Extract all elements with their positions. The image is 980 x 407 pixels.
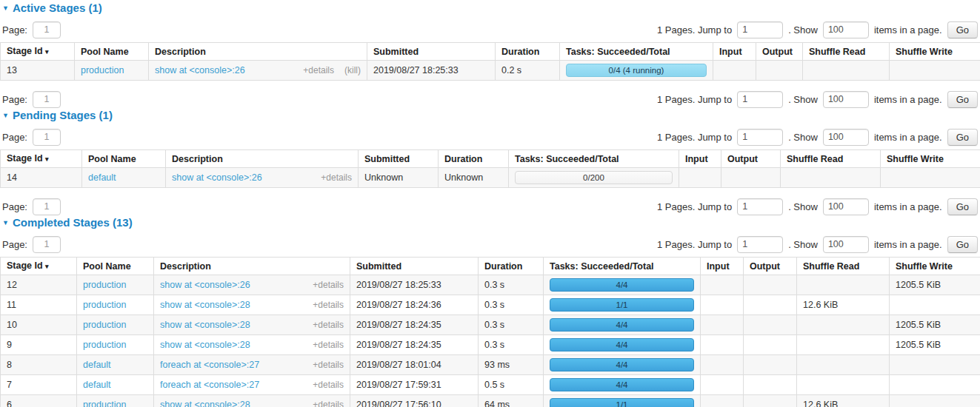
page-input[interactable] xyxy=(33,129,61,146)
page-label: Page: xyxy=(2,24,27,36)
stage-description-link[interactable]: foreach at <console>:27 xyxy=(160,380,259,390)
column-header-input[interactable]: Input xyxy=(679,150,721,168)
column-header-duration[interactable]: Duration xyxy=(479,258,544,275)
go-button[interactable]: Go xyxy=(947,91,978,108)
show-items-input[interactable] xyxy=(823,198,869,215)
column-header-stage-id[interactable]: Stage Id ▾ xyxy=(1,258,77,275)
submitted-cell: Unknown xyxy=(359,168,439,188)
column-header-shuffle-write[interactable]: Shuffle Write xyxy=(890,258,980,275)
page-input[interactable] xyxy=(33,236,61,253)
description-content: show at <console>:28+details xyxy=(160,300,344,310)
pagination-bar: Page: 1 Pages. Jump to . Show items in a… xyxy=(2,127,978,147)
go-button[interactable]: Go xyxy=(947,236,978,253)
pool-name-link[interactable]: production xyxy=(81,65,124,75)
column-header-input[interactable]: Input xyxy=(701,258,744,275)
go-button[interactable]: Go xyxy=(947,129,978,146)
tasks-cell: 0/4 (4 running) xyxy=(560,61,713,81)
show-items-input[interactable] xyxy=(823,129,869,146)
column-header-output[interactable]: Output xyxy=(756,43,803,61)
details-toggle[interactable]: +details xyxy=(313,400,344,407)
column-header-duration[interactable]: Duration xyxy=(439,150,509,168)
pool-name-link[interactable]: production xyxy=(83,340,126,350)
duration-cell: 64 ms xyxy=(479,395,544,407)
column-header-shuffle-write[interactable]: Shuffle Write xyxy=(881,150,980,168)
pool-name-link[interactable]: production xyxy=(83,300,126,310)
details-toggle[interactable]: +details xyxy=(321,172,352,183)
column-header-tasks[interactable]: Tasks: Succeeded/Total xyxy=(544,258,701,275)
section-header-pending-stages[interactable]: ▼ Pending Stages (1) xyxy=(2,109,980,122)
page-input[interactable] xyxy=(33,198,61,215)
show-items-input[interactable] xyxy=(823,236,869,253)
details-toggle[interactable]: +details xyxy=(313,380,344,390)
kill-link[interactable]: (kill) xyxy=(344,65,361,75)
section-title-active-stages[interactable]: Active Stages (1) xyxy=(13,1,102,15)
duration-cell: 0.2 s xyxy=(496,61,560,81)
pool-name-link[interactable]: default xyxy=(83,360,111,370)
pool-name-link[interactable]: production xyxy=(83,320,126,330)
pool-name-link[interactable]: production xyxy=(83,280,126,290)
pool-name-link[interactable]: default xyxy=(88,172,116,183)
column-header-submitted[interactable]: Submitted xyxy=(350,258,479,275)
column-header-submitted[interactable]: Submitted xyxy=(359,150,439,168)
column-header-shuffle-read[interactable]: Shuffle Read xyxy=(797,258,890,275)
stage-description-link[interactable]: show at <console>:28 xyxy=(160,320,250,330)
page-input[interactable] xyxy=(33,21,61,38)
column-header-input[interactable]: Input xyxy=(713,43,756,61)
column-header-shuffle-read[interactable]: Shuffle Read xyxy=(781,150,881,168)
details-toggle[interactable]: +details xyxy=(313,340,344,350)
section-header-completed-stages[interactable]: ▼ Completed Stages (13) xyxy=(2,216,980,229)
column-header-shuffle-write[interactable]: Shuffle Write xyxy=(890,43,980,61)
stage-description-link[interactable]: foreach at <console>:27 xyxy=(160,360,259,370)
column-header-submitted[interactable]: Submitted xyxy=(367,43,496,61)
column-header-output[interactable]: Output xyxy=(744,258,797,275)
column-header-stage-id[interactable]: Stage Id ▾ xyxy=(1,43,75,61)
column-header-description[interactable]: Description xyxy=(154,258,350,275)
pool-name-link[interactable]: production xyxy=(83,400,126,407)
details-toggle[interactable]: +details xyxy=(303,65,334,75)
column-header-pool-name[interactable]: Pool Name xyxy=(82,150,166,168)
section-header-active-stages[interactable]: ▼ Active Stages (1) xyxy=(2,1,980,15)
description-actions: +details xyxy=(313,340,344,350)
column-header-tasks[interactable]: Tasks: Succeeded/Total xyxy=(509,150,679,168)
details-toggle[interactable]: +details xyxy=(313,360,344,370)
section-title-completed-stages[interactable]: Completed Stages (13) xyxy=(13,216,133,229)
stage-description-link[interactable]: show at <console>:26 xyxy=(155,65,245,75)
details-toggle[interactable]: +details xyxy=(313,300,344,310)
stage-description-link[interactable]: show at <console>:28 xyxy=(160,400,250,407)
shuffle-read-cell xyxy=(797,275,890,295)
jump-to-page-input[interactable] xyxy=(737,236,783,253)
pool-name-link[interactable]: default xyxy=(83,380,111,390)
submitted-cell: 2019/08/27 18:25:33 xyxy=(350,275,479,295)
jump-to-page-input[interactable] xyxy=(737,129,783,146)
show-items-input[interactable] xyxy=(823,21,869,38)
task-progress-bar: 1/1 xyxy=(550,298,694,312)
stage-description-link[interactable]: show at <console>:26 xyxy=(172,172,262,183)
details-toggle[interactable]: +details xyxy=(313,280,344,290)
stage-id-cell: 6 xyxy=(1,395,77,407)
output-cell xyxy=(744,395,797,407)
stage-description-link[interactable]: show at <console>:28 xyxy=(160,300,250,310)
go-button[interactable]: Go xyxy=(947,198,978,215)
section-title-pending-stages[interactable]: Pending Stages (1) xyxy=(13,109,113,122)
stage-description-link[interactable]: show at <console>:28 xyxy=(160,340,250,350)
stage-id-cell: 8 xyxy=(1,355,77,375)
column-header-duration[interactable]: Duration xyxy=(496,43,560,61)
column-header-pool-name[interactable]: Pool Name xyxy=(77,258,154,275)
pending-stages-section: ▼ Pending Stages (1) Page: 1 Pages. Jump… xyxy=(0,109,980,216)
jump-to-page-input[interactable] xyxy=(737,21,783,38)
jump-to-page-input[interactable] xyxy=(737,91,783,108)
column-header-shuffle-read[interactable]: Shuffle Read xyxy=(803,43,890,61)
details-toggle[interactable]: +details xyxy=(313,320,344,330)
show-items-input[interactable] xyxy=(823,91,869,108)
stage-description-link[interactable]: show at <console>:26 xyxy=(160,280,250,290)
column-header-description[interactable]: Description xyxy=(166,150,359,168)
column-header-output[interactable]: Output xyxy=(721,150,781,168)
column-header-stage-id[interactable]: Stage Id ▾ xyxy=(1,150,82,168)
page-input[interactable] xyxy=(33,91,61,108)
go-button[interactable]: Go xyxy=(947,21,978,38)
jump-to-page-input[interactable] xyxy=(737,198,783,215)
task-progress-bar: 0/200 xyxy=(515,171,673,184)
column-header-description[interactable]: Description xyxy=(149,43,367,61)
column-header-pool-name[interactable]: Pool Name xyxy=(75,43,149,61)
column-header-tasks[interactable]: Tasks: Succeeded/Total xyxy=(560,43,713,61)
